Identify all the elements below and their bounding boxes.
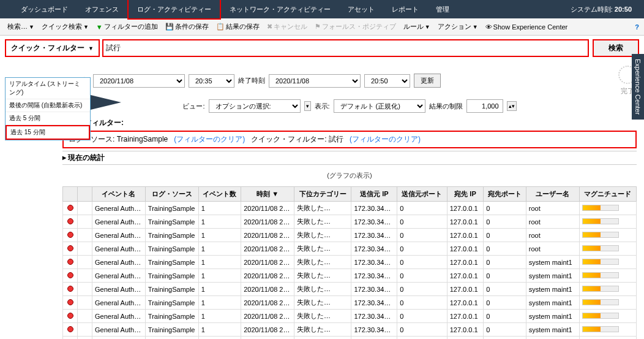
start-date[interactable]: 2020/11/08 [93, 74, 185, 88]
cell: 2020/11/08 2… [241, 269, 294, 283]
show-exp-center[interactable]: 👁Show Experience Center [483, 23, 571, 31]
view-select[interactable]: オプションの選択: [209, 99, 301, 113]
limit-spin[interactable]: ▴▾ [507, 101, 517, 111]
col-header[interactable]: イベント名 [92, 187, 146, 202]
table-row[interactable]: General Auth…TrainingSample12020/11/08 2… [63, 310, 637, 323]
cell: 0 [397, 323, 447, 337]
table-row[interactable]: General Auth…TrainingSample12020/11/08 2… [63, 283, 637, 296]
save-criteria[interactable]: 💾条件の保存 [163, 22, 211, 31]
graph-toggle[interactable]: (グラフの表示) [62, 171, 637, 180]
cell: 127.0.0.1 [447, 202, 484, 215]
add-filter[interactable]: ▼フィルターの追加 [94, 22, 160, 31]
save-results[interactable]: 📋結果の保存 [214, 22, 262, 31]
stats-toggle[interactable]: ▸ 現在の統計 [62, 151, 637, 165]
cell: TrainingSample [145, 337, 198, 340]
table-row[interactable]: General Auth…TrainingSample12020/11/08 2… [63, 269, 637, 283]
cell: 2020/11/08 2… [241, 296, 294, 310]
cell: 失敗した… [294, 229, 351, 242]
col-header[interactable]: ユーザー名 [526, 187, 579, 202]
col-header[interactable]: 送信元 IP [351, 187, 397, 202]
limit-input[interactable] [466, 99, 503, 113]
table-row[interactable]: General Auth…TrainingSample12020/11/08 2… [63, 256, 637, 269]
cell: 127.0.0.1 [447, 310, 484, 323]
start-time[interactable]: 20:35 [189, 74, 234, 88]
actions-menu[interactable]: アクション ▼ [435, 22, 481, 31]
table-row[interactable]: General Auth…TrainingSample12020/11/08 2… [63, 337, 637, 340]
tab-assets[interactable]: アセット [339, 0, 383, 18]
end-date[interactable]: 2020/11/08 [269, 74, 361, 88]
clear-filter-quick[interactable]: (フィルターのクリア) [350, 134, 421, 145]
tab-reports[interactable]: レポート [383, 0, 427, 18]
table-row[interactable]: General Auth…TrainingSample12020/11/08 2… [63, 215, 637, 229]
magnitude-cell [579, 269, 636, 283]
cell: 172.30.34… [351, 310, 397, 323]
cell: 失敗した… [294, 296, 351, 310]
col-header[interactable]: 時刻 ▼ [241, 187, 294, 202]
clear-filter-source[interactable]: (フィルターのクリア) [174, 134, 245, 145]
magnitude-cell [579, 242, 636, 256]
cell: TrainingSample [145, 310, 198, 323]
table-row[interactable]: General Auth…TrainingSample12020/11/08 2… [63, 296, 637, 310]
blank-cell [78, 256, 92, 269]
opt-last-15min[interactable]: 過去 15 分間 [6, 125, 90, 140]
table-row[interactable]: General Auth…TrainingSample12020/11/08 2… [63, 202, 637, 215]
display-select[interactable]: デフォルト (正規化) [334, 99, 425, 113]
quick-filter-row: クイック・フィルター▼ 試行 検索 [0, 36, 644, 61]
cell: 0 [397, 296, 447, 310]
table-row[interactable]: General Auth…TrainingSample12020/11/08 2… [63, 229, 637, 242]
cell: 0 [397, 256, 447, 269]
cell: system maint1 [526, 310, 579, 323]
col-header[interactable] [78, 187, 92, 202]
magnitude-cell [579, 310, 636, 323]
cell: 2020/11/08 2… [241, 283, 294, 296]
cell: General Auth… [92, 337, 146, 340]
cell: TrainingSample [145, 256, 198, 269]
update-button[interactable]: 更新 [414, 74, 441, 88]
opt-last-interval[interactable]: 最後の間隔 (自動最新表示) [6, 99, 90, 112]
cell: 172.30.34… [351, 337, 397, 340]
col-header[interactable]: 宛先 IP [447, 187, 484, 202]
help-icon[interactable]: ? [635, 23, 639, 31]
cell: root [526, 229, 579, 242]
col-header[interactable]: マグニチュード [579, 187, 636, 202]
col-header[interactable] [63, 187, 78, 202]
tab-admin[interactable]: 管理 [427, 0, 458, 18]
view-spin[interactable]: ▾ [304, 101, 311, 111]
tab-dashboard[interactable]: ダッシュボード [12, 0, 77, 18]
search-menu[interactable]: 検索… ▼ [5, 22, 37, 31]
col-header[interactable]: 下位カテゴリー [294, 187, 351, 202]
cell: General Auth… [92, 256, 146, 269]
cell: root [526, 202, 579, 215]
experience-center-tab[interactable]: Experience Center [632, 54, 644, 120]
opt-last-5min[interactable]: 過去 5 分間 [6, 112, 90, 125]
cell: 1 [198, 256, 241, 269]
table-row[interactable]: General Auth…TrainingSample12020/11/08 2… [63, 323, 637, 337]
cell: General Auth… [92, 242, 146, 256]
cell: TrainingSample [145, 296, 198, 310]
tab-offense[interactable]: オフェンス [77, 0, 127, 18]
blank-cell [78, 310, 92, 323]
record-icon [63, 269, 78, 283]
opt-realtime[interactable]: リアルタイム (ストリーミング) [6, 78, 90, 99]
record-icon [63, 242, 78, 256]
table-row[interactable]: General Auth…TrainingSample12020/11/08 2… [63, 242, 637, 256]
quick-search-menu[interactable]: クイック検索 ▼ [39, 22, 91, 31]
cell: system maint1 [526, 296, 579, 310]
cell: 0 [397, 310, 447, 323]
quick-filter-input[interactable]: 試行 [102, 39, 589, 57]
quick-filter-dropdown[interactable]: クイック・フィルター▼ [5, 39, 100, 57]
cell: 失敗した… [294, 215, 351, 229]
rules-menu[interactable]: ルール ▼ [401, 22, 433, 31]
col-header[interactable]: 送信元ポート [397, 187, 447, 202]
cell: General Auth… [92, 323, 146, 337]
cell: 172.30.34… [351, 323, 397, 337]
tab-network-activity[interactable]: ネットワーク・アクティビティー [221, 0, 339, 18]
col-header[interactable]: イベント数 [198, 187, 241, 202]
tab-log-activity[interactable]: ログ・アクティビティー [127, 0, 221, 20]
col-header[interactable]: ログ・ソース [145, 187, 198, 202]
end-time[interactable]: 20:50 [364, 74, 410, 88]
cell: 172.30.34… [351, 256, 397, 269]
cell: 失敗した… [294, 242, 351, 256]
cell: General Auth… [92, 310, 146, 323]
col-header[interactable]: 宛先ポート [484, 187, 526, 202]
